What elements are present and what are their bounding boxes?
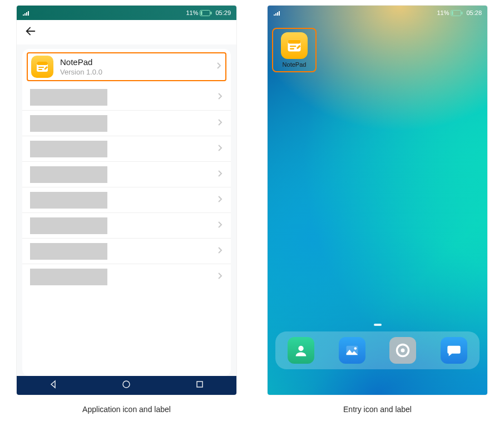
list-item[interactable] bbox=[22, 238, 231, 264]
home-app-label: NotePad bbox=[274, 61, 314, 68]
list-item[interactable] bbox=[22, 161, 231, 187]
notepad-app-icon bbox=[281, 32, 308, 59]
placeholder-block bbox=[30, 89, 107, 106]
app-row-notepad[interactable]: NotePad Version 1.0.0 bbox=[27, 52, 226, 81]
svg-rect-5 bbox=[38, 67, 44, 68]
svg-point-16 bbox=[298, 346, 303, 351]
nav-home-icon[interactable] bbox=[122, 380, 131, 391]
nav-bar bbox=[17, 376, 236, 395]
notepad-app-icon bbox=[31, 56, 53, 78]
app-version: Version 1.0.0 bbox=[60, 68, 102, 76]
page-indicator bbox=[374, 324, 382, 326]
caption-left: Application icon and label bbox=[17, 405, 236, 414]
topbar bbox=[17, 20, 236, 44]
home-app-notepad[interactable]: NotePad bbox=[274, 30, 314, 70]
app-list-card: NotePad Version 1.0.0 bbox=[22, 49, 231, 376]
chevron-right-icon bbox=[218, 144, 223, 154]
caption-right: Entry icon and label bbox=[268, 405, 487, 414]
nav-recent-icon[interactable] bbox=[195, 380, 204, 391]
svg-rect-11 bbox=[462, 12, 463, 14]
list-item[interactable] bbox=[22, 212, 231, 238]
chevron-right-icon bbox=[218, 170, 223, 180]
home-content: NotePad bbox=[268, 20, 487, 376]
svg-point-7 bbox=[123, 381, 130, 388]
chevron-right-icon bbox=[218, 118, 223, 128]
svg-rect-1 bbox=[201, 11, 202, 15]
placeholder-block bbox=[30, 166, 107, 183]
battery-percent: 11% bbox=[186, 9, 198, 16]
signal-icon bbox=[273, 10, 281, 16]
svg-rect-2 bbox=[211, 12, 212, 14]
list-item[interactable] bbox=[22, 110, 231, 136]
svg-rect-15 bbox=[290, 48, 294, 49]
placeholder-block bbox=[30, 269, 107, 285]
list-item[interactable] bbox=[22, 264, 231, 289]
nav-back-icon[interactable] bbox=[49, 380, 58, 391]
chevron-right-icon bbox=[218, 272, 223, 282]
phone-home-screen: 11% 05:28 bbox=[268, 6, 487, 395]
list-item[interactable] bbox=[22, 136, 231, 161]
chevron-right-icon bbox=[218, 195, 223, 205]
dock-gallery-icon[interactable] bbox=[339, 337, 365, 364]
phone-app-list: 11% 05:29 bbox=[17, 6, 236, 395]
chevron-right-icon bbox=[218, 246, 223, 256]
svg-point-18 bbox=[354, 347, 357, 350]
placeholder-block bbox=[30, 243, 107, 260]
svg-point-20 bbox=[401, 349, 405, 353]
placeholder-block bbox=[30, 141, 107, 157]
status-time: 05:29 bbox=[215, 9, 231, 16]
status-bar: 11% 05:28 bbox=[268, 6, 487, 20]
battery-icon bbox=[451, 10, 463, 16]
list-item[interactable] bbox=[22, 85, 231, 110]
chevron-right-icon bbox=[216, 62, 222, 72]
svg-rect-6 bbox=[38, 69, 42, 70]
chevron-right-icon bbox=[218, 92, 223, 102]
signal-icon bbox=[22, 10, 30, 16]
chevron-right-icon bbox=[218, 221, 223, 231]
battery-icon bbox=[200, 10, 212, 16]
dock-messages-icon[interactable] bbox=[441, 337, 467, 364]
status-time: 05:28 bbox=[466, 9, 482, 16]
dock-settings-icon[interactable] bbox=[389, 337, 416, 364]
list-item[interactable] bbox=[22, 187, 231, 212]
svg-rect-4 bbox=[37, 62, 48, 65]
placeholder-block bbox=[30, 192, 107, 209]
placeholder-block bbox=[30, 217, 107, 234]
svg-rect-14 bbox=[290, 46, 297, 47]
back-icon[interactable] bbox=[24, 25, 37, 39]
dock bbox=[275, 331, 480, 369]
svg-rect-8 bbox=[197, 382, 202, 387]
battery-percent: 11% bbox=[437, 9, 449, 16]
svg-rect-13 bbox=[288, 40, 300, 44]
status-bar: 11% 05:29 bbox=[17, 6, 236, 20]
svg-rect-10 bbox=[452, 11, 453, 15]
app-name: NotePad bbox=[60, 57, 102, 67]
dock-contacts-icon[interactable] bbox=[288, 337, 314, 364]
placeholder-block bbox=[30, 115, 107, 132]
